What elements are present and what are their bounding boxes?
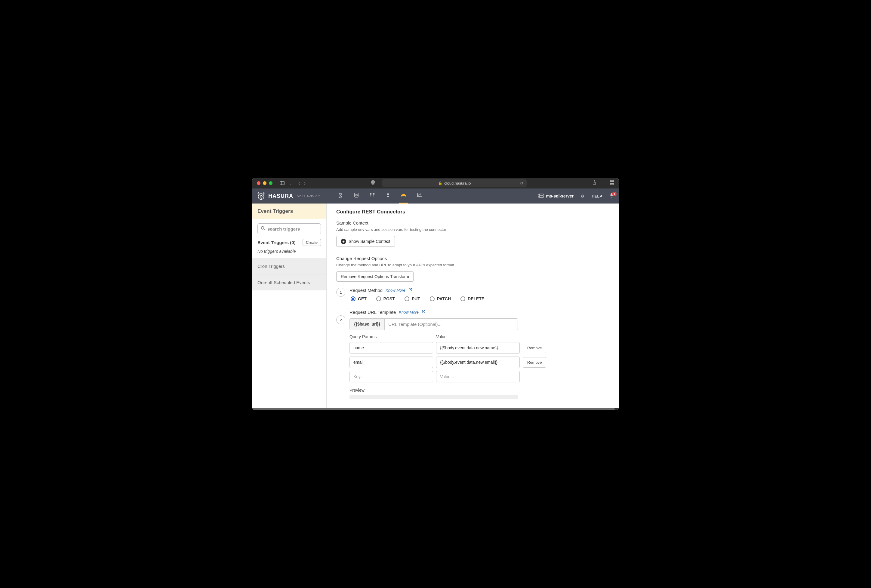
remove-transform-button[interactable]: Remove Request Options Transform [336,272,413,282]
url-template-label: Request URL Template [349,310,396,315]
param-row-new [349,371,560,382]
svg-rect-4 [610,183,612,185]
search-triggers-input[interactable] [267,226,317,231]
horizontal-scrollbar[interactable] [252,408,619,410]
sample-context-title: Sample Context [336,220,609,225]
remove-param-0[interactable]: Remove [523,343,546,353]
step-request-method: Request Method Know More GET POST PUT PA… [349,288,609,301]
database-chip[interactable]: ms-sql-server [538,194,574,199]
param-key-new[interactable] [349,371,433,382]
url-template-input[interactable] [385,319,518,330]
preview-label: Preview [349,388,609,392]
reload-icon[interactable]: ⟳ [520,181,524,185]
remove-param-1[interactable]: Remove [523,357,546,368]
search-icon [261,226,265,231]
back-button[interactable]: ‹ [298,180,300,187]
know-more-method[interactable]: Know More [386,288,406,293]
maximize-window[interactable] [269,181,272,185]
search-triggers-wrap [257,223,321,234]
nav-monitoring-icon[interactable] [417,188,422,203]
nav-actions-icon[interactable] [370,188,375,203]
triggers-count-label: Event Triggers (0) [257,240,296,245]
preview-box [349,395,518,399]
svg-point-8 [370,193,372,195]
new-tab-icon[interactable]: + [602,181,605,186]
logo-area[interactable]: HASURA v2.11.1-cloud.2 [257,192,328,200]
tab-overview-icon[interactable] [610,181,614,186]
param-row-0: Remove [349,342,560,354]
svg-point-20 [539,194,540,195]
step-2-bubble: 2 [336,315,345,324]
svg-rect-2 [610,181,612,182]
param-row-1: Remove [349,357,560,368]
sidebar: Event Triggers Event Triggers (0) Create… [252,203,327,408]
url-text: cloud.hasura.io [444,181,471,185]
page-title: Configure REST Connectors [336,209,609,215]
svg-rect-12 [371,194,371,196]
create-trigger-button[interactable]: Create [302,239,321,246]
svg-rect-5 [612,183,614,185]
radio-delete[interactable] [461,296,465,301]
titlebar: ⌄ ‹ › 🔒 cloud.hasura.io ⟳ + [252,178,619,188]
svg-point-22 [261,227,264,229]
shield-icon[interactable] [371,180,375,186]
sidebar-toggle-icon[interactable] [278,179,286,187]
hasura-logo-icon [257,192,265,200]
change-request-title: Change Request Options [336,256,609,261]
nav-remote-icon[interactable] [386,188,390,203]
external-link-icon[interactable] [409,288,412,293]
radio-post[interactable] [376,296,381,301]
radio-put[interactable] [404,296,409,301]
param-key-0[interactable] [349,342,433,354]
notifications-icon[interactable]: 1 [609,193,614,199]
nav-api-icon[interactable] [338,188,343,203]
chevron-down-icon[interactable]: ⌄ [289,181,292,185]
step-url-template: Request URL Template Know More {{$base_u… [349,310,609,399]
radio-get[interactable] [351,296,356,301]
sample-context-desc: Add sample env vars and session vars for… [336,227,609,232]
version-text: v2.11.1-cloud.2 [298,194,320,198]
query-params-header: Query Params [349,334,433,339]
browser-window: ⌄ ‹ › 🔒 cloud.hasura.io ⟳ + [252,178,619,410]
change-request-desc: Change the method and URL to adapt to yo… [336,263,609,267]
svg-line-23 [264,229,265,230]
step-1-bubble: 1 [336,288,345,297]
show-sample-context-button[interactable]: + Show Sample Context [336,236,395,247]
url-template-row: {{$base_url}} [349,318,518,330]
method-radio-group: GET POST PUT PATCH DELETE [349,296,609,301]
sidebar-item-oneoff[interactable]: One-off Scheduled Events [252,274,326,290]
forward-button[interactable]: › [304,180,305,187]
nav-events-icon[interactable] [401,188,406,203]
param-value-0[interactable] [436,342,520,354]
svg-rect-17 [388,195,388,196]
radio-patch[interactable] [430,296,435,301]
svg-point-21 [539,196,540,197]
help-link[interactable]: HELP [591,194,602,198]
settings-icon[interactable]: ⚙ [581,194,584,198]
lock-icon: 🔒 [438,181,442,185]
nav-arrows: ‹ › [298,180,305,187]
app-body: Event Triggers Event Triggers (0) Create… [252,203,619,408]
svg-rect-14 [387,193,389,195]
url-bar[interactable]: 🔒 cloud.hasura.io ⟳ [382,179,527,187]
base-url-prefix: {{$base_url}} [350,319,385,330]
brand-text: HASURA [268,193,293,199]
nav-data-icon[interactable] [354,188,359,203]
request-method-label: Request Method [349,288,383,293]
close-window[interactable] [257,181,260,185]
param-value-1[interactable] [436,357,520,368]
sidebar-item-cron[interactable]: Cron Triggers [252,258,326,274]
external-link-icon[interactable] [422,310,425,315]
know-more-url[interactable]: Know More [399,310,419,315]
plus-icon: + [341,239,346,244]
radio-delete-label: DELETE [468,296,484,301]
svg-rect-0 [280,182,284,185]
minimize-window[interactable] [263,181,266,185]
radio-get-label: GET [358,296,367,301]
svg-point-9 [373,193,375,195]
param-value-new[interactable] [436,371,520,382]
param-key-1[interactable] [349,357,433,368]
share-icon[interactable] [592,180,596,186]
app-header: HASURA v2.11.1-cloud.2 ms-sql-server ⚙ H… [252,188,619,203]
database-label: ms-sql-server [546,194,574,198]
